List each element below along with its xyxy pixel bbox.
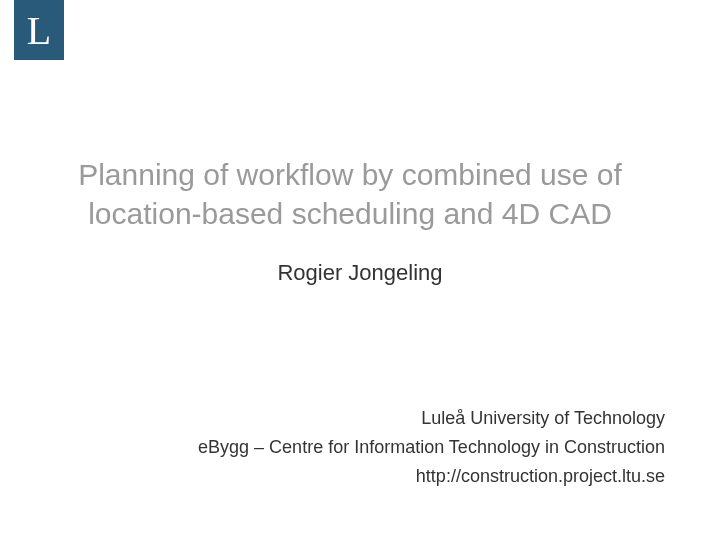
author-name: Rogier Jongeling <box>0 260 720 286</box>
affiliation-university: Luleå University of Technology <box>198 405 665 432</box>
logo-letter: L <box>27 7 51 54</box>
affiliation-centre: eBygg – Centre for Information Technolog… <box>198 434 665 461</box>
university-logo: L <box>14 0 64 60</box>
affiliation-block: Luleå University of Technology eBygg – C… <box>198 403 665 490</box>
presentation-title: Planning of workflow by combined use of … <box>40 155 660 233</box>
affiliation-url: http://construction.project.ltu.se <box>198 463 665 490</box>
